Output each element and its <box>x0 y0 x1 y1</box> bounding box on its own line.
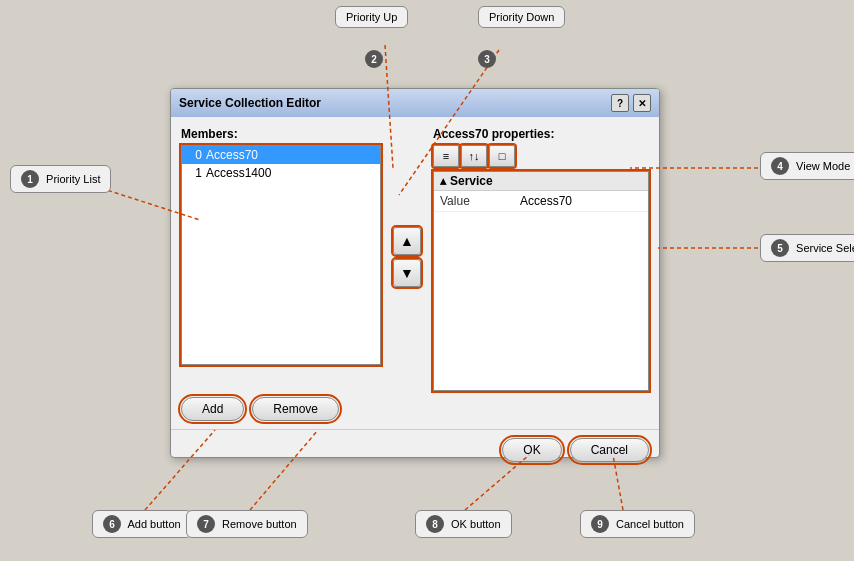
titlebar-buttons: ? ✕ <box>611 94 651 112</box>
annotation-priority-down: Priority Down <box>478 6 565 28</box>
members-label: Members: <box>181 127 381 141</box>
view-toolbar: ≡ ↑↓ □ <box>433 145 649 167</box>
annotation-priority-up: Priority Up <box>335 6 408 28</box>
annotation-remove-button: 7 Remove button <box>186 510 308 538</box>
member-action-buttons: Add Remove <box>171 397 659 429</box>
priority-up-button[interactable]: ▲ <box>393 227 421 255</box>
properties-label: Access70 properties: <box>433 127 649 141</box>
dialog-action-buttons: OK Cancel <box>171 429 659 470</box>
annotation-number-8: 8 <box>426 515 444 533</box>
members-panel: Members: 0 Access70 1 Access1400 <box>181 127 381 387</box>
dialog-titlebar: Service Collection Editor ? ✕ <box>171 89 659 117</box>
member-name-1: Access1400 <box>206 166 271 180</box>
annotation-dot-3: 3 <box>478 50 496 68</box>
annotation-cancel-button: 9 Cancel button <box>580 510 695 538</box>
annotation-priority-list: 1 Priority List <box>10 165 111 193</box>
annotation-number-1: 1 <box>21 170 39 188</box>
annotation-number-5: 5 <box>771 239 789 257</box>
priority-buttons-panel: ▲ ▼ <box>389 127 425 387</box>
remove-button[interactable]: Remove <box>252 397 339 421</box>
prop-row-value: Value Access70 <box>434 191 648 212</box>
view-button-list[interactable]: ≡ <box>433 145 459 167</box>
add-button[interactable]: Add <box>181 397 244 421</box>
ok-button[interactable]: OK <box>502 438 561 462</box>
members-list[interactable]: 0 Access70 1 Access1400 <box>181 145 381 365</box>
prop-section-service: ▴ Service <box>434 172 648 191</box>
view-button-sort[interactable]: ↑↓ <box>461 145 487 167</box>
annotation-number-4: 4 <box>771 157 789 175</box>
annotation-service-selector: 5 Service Selector <box>760 234 854 262</box>
properties-panel: Access70 properties: ≡ ↑↓ □ ▴ Service Va… <box>433 127 649 387</box>
annotation-view-mode: 4 View Mode <box>760 152 854 180</box>
prop-value-access70: Access70 <box>520 194 572 208</box>
annotation-number-7: 7 <box>197 515 215 533</box>
close-button[interactable]: ✕ <box>633 94 651 112</box>
annotation-number-6: 6 <box>103 515 121 533</box>
member-name-0: Access70 <box>206 148 258 162</box>
help-button[interactable]: ? <box>611 94 629 112</box>
cancel-button[interactable]: Cancel <box>570 438 649 462</box>
prop-name-value: Value <box>440 194 520 208</box>
collapse-icon: ▴ <box>440 174 446 188</box>
annotation-ok-button: 8 OK button <box>415 510 512 538</box>
member-item-0[interactable]: 0 Access70 <box>182 146 380 164</box>
member-item-1[interactable]: 1 Access1400 <box>182 164 380 182</box>
section-label: Service <box>450 174 493 188</box>
dialog-title: Service Collection Editor <box>179 96 321 110</box>
service-collection-editor-dialog: Service Collection Editor ? ✕ Members: 0… <box>170 88 660 458</box>
view-button-grid[interactable]: □ <box>489 145 515 167</box>
annotation-number-9: 9 <box>591 515 609 533</box>
annotation-add-button: 6 Add button <box>92 510 192 538</box>
priority-down-button[interactable]: ▼ <box>393 259 421 287</box>
member-index-0: 0 <box>186 148 202 162</box>
member-index-1: 1 <box>186 166 202 180</box>
annotation-dot-2: 2 <box>365 50 383 68</box>
properties-list[interactable]: ▴ Service Value Access70 <box>433 171 649 391</box>
